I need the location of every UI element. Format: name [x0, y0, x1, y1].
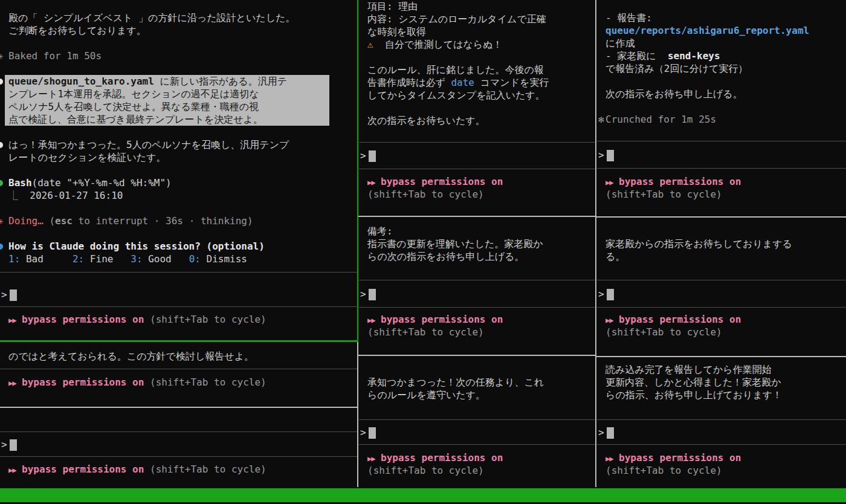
- pane-right-bottom[interactable]: 読み込み完了を報告してから作業開始 更新内容、しかと心得ました！家老殿か らの指…: [597, 357, 846, 487]
- prompt-input[interactable]: >: [359, 149, 595, 162]
- prompt-chevron-icon: >: [598, 427, 604, 438]
- option-bad[interactable]: 1:: [8, 253, 20, 265]
- input-box[interactable]: >: [597, 280, 846, 308]
- message-bullet-icon: [0, 79, 3, 85]
- prompt-chevron-icon: >: [1, 289, 7, 300]
- prompt-input[interactable]: >: [0, 288, 358, 301]
- report-line: な時刻を取得: [359, 25, 595, 38]
- input-box[interactable]: >: [597, 419, 846, 445]
- highlight-line: ンプレート1本運用を承認。セクションの過不足は適切な: [5, 88, 329, 100]
- fast-forward-icon: ▶▶: [367, 454, 375, 463]
- message-line: らのルールを遵守いたす。: [359, 389, 595, 401]
- pane-right-mid[interactable]: 家老殿からの指示をお待ちしておりまする る。 > ▶▶ bypass permi…: [597, 218, 846, 356]
- input-box[interactable]: >: [0, 431, 358, 457]
- prompt-input[interactable]: >: [0, 438, 358, 451]
- fast-forward-icon: ▶▶: [605, 316, 613, 325]
- assistant-message: レートのセクションを検証いたす。: [0, 151, 358, 164]
- message-line: らの指示、お待ち申し上げております！: [597, 389, 846, 401]
- pane-border[interactable]: [357, 342, 358, 487]
- tmux-status-bar: [multiagen0:agents* "· Claude Code" 16:1…: [0, 488, 846, 502]
- pane-right-top[interactable]: - 報告書: queue/reports/ashigaru6_report.ya…: [597, 0, 846, 216]
- pane-border[interactable]: [596, 356, 846, 357]
- fast-forward-icon: ▶▶: [605, 178, 613, 187]
- question-bullet-icon: [0, 244, 3, 250]
- fast-forward-icon: ▶▶: [605, 454, 613, 463]
- cursor-block: [607, 289, 614, 300]
- bypass-permissions-status: ▶▶ bypass permissions on (shift+Tab to c…: [597, 451, 846, 477]
- bypass-permissions-status: ▶▶ bypass permissions on (shift+Tab to c…: [359, 313, 595, 338]
- pane-left-main[interactable]: 殿の「 シンプルイズベスト 」の方針に沿った設計といたした。 ご判断をお待ちして…: [0, 0, 358, 340]
- input-box[interactable]: >: [359, 419, 595, 445]
- pane-middle-bottom[interactable]: 承知つかまつった！次の任務より、これ らのルールを遵守いたす。 > ▶▶ byp…: [359, 356, 595, 487]
- message-line: 次の指示をお待ち申し上げる。: [597, 88, 846, 100]
- bypass-permissions-status: ▶▶ bypass permissions on (shift+Tab to c…: [0, 376, 358, 389]
- message-line: ご判断をお待ちしております。: [0, 24, 358, 37]
- fast-forward-icon: ▶▶: [8, 466, 16, 474]
- bypass-permissions-status: ▶▶ bypass permissions on (shift+Tab to c…: [597, 313, 846, 338]
- highlighted-instruction-block[interactable]: queue/shogun_to_karo.yaml に新しい指示がある。汎用テ …: [5, 75, 329, 126]
- command-ref: date: [451, 77, 474, 88]
- option-dismiss[interactable]: 0:: [189, 253, 201, 265]
- message-line: のではと考えておられる。この方針で検討し報告せよ。: [0, 350, 358, 363]
- message-line: らの次の指示をお待ち申し上げる。: [359, 250, 595, 263]
- prompt-input[interactable]: >: [359, 288, 595, 300]
- report-line: で報告済み（2回に分けて実行）: [597, 62, 846, 75]
- input-box[interactable]: >: [359, 280, 595, 308]
- cursor-block: [607, 427, 614, 439]
- result-corner-icon: ⎿: [8, 190, 18, 201]
- bypass-permissions-status: ▶▶ bypass permissions on (shift+Tab to c…: [359, 175, 595, 201]
- option-good[interactable]: 3:: [131, 253, 142, 265]
- message-line: る。: [597, 250, 846, 263]
- prompt-chevron-icon: >: [360, 288, 366, 300]
- message-line: 次の指示をお待ちいたす。: [359, 114, 595, 127]
- pane-border[interactable]: [595, 0, 596, 487]
- pane-middle-mid[interactable]: 備考: 指示書の更新を理解いたした。家老殿か らの次の指示をお待ち申し上げる。 …: [359, 217, 595, 355]
- prompt-input[interactable]: >: [597, 288, 846, 300]
- tool-call-bash: Bash(date "+%Y-%m-%d %H:%M"): [0, 176, 358, 189]
- assistant-message: はっ！承知つかまつった。5人のペルソナを召喚し、汎用テンプ: [0, 138, 358, 151]
- feedback-question: How is Claude doing this session? (optio…: [0, 240, 358, 253]
- input-box[interactable]: >: [0, 272, 358, 307]
- pane-border[interactable]: [596, 216, 846, 218]
- prompt-input[interactable]: >: [597, 149, 846, 161]
- bypass-permissions-status: ▶▶ bypass permissions on (shift+Tab to c…: [0, 463, 358, 476]
- pane-border[interactable]: [358, 216, 595, 217]
- pane-border[interactable]: [0, 407, 358, 408]
- cursor-block: [607, 150, 614, 161]
- cursor-block: [10, 439, 17, 451]
- report-line: - 報告書:: [597, 11, 846, 24]
- fast-forward-icon: ▶▶: [8, 316, 16, 325]
- status-spinner-line: ✳Doing… (esc to interrupt · 36s · thinki…: [0, 215, 358, 227]
- bypass-permissions-status: ▶▶ bypass permissions on (shift+Tab to c…: [0, 313, 358, 326]
- input-box[interactable]: >: [597, 141, 846, 169]
- command-ref: send-keys: [668, 50, 720, 62]
- report-line: - 家老殿に send-keys: [597, 50, 846, 62]
- prompt-input[interactable]: >: [359, 426, 595, 439]
- message-line: 読み込み完了を報告してから作業開始: [597, 363, 846, 376]
- bypass-permissions-status: ▶▶ bypass permissions on (shift+Tab to c…: [359, 451, 595, 477]
- active-pane-border-right: [357, 0, 358, 341]
- report-line: 項目: 理由: [359, 0, 595, 13]
- message-line: 備考:: [359, 225, 595, 237]
- pane-middle-top[interactable]: 項目: 理由 内容: システムのローカルタイムで正確 な時刻を取得 ⚠ 自分で推…: [359, 0, 595, 216]
- fast-forward-icon: ▶▶: [8, 379, 16, 387]
- input-box[interactable]: >: [359, 142, 595, 169]
- tmux-screen: 殿の「 シンプルイズベスト 」の方針に沿った設計といたした。 ご判断をお待ちして…: [0, 0, 846, 504]
- pane-left-bottom[interactable]: > ▶▶ bypass permissions on (shift+Tab to…: [0, 408, 358, 487]
- feedback-options: 1: Bad 2: Fine 3: Good 0: Dismiss: [0, 253, 358, 265]
- option-fine[interactable]: 2:: [73, 253, 84, 265]
- pane-left-mid[interactable]: のではと考えておられる。この方針で検討し報告せよ。 ▶▶ bypass perm…: [0, 343, 358, 407]
- highlight-line: 点で検証し、合意に基づき最終テンプレートを決定せよ。: [5, 113, 329, 126]
- message-line: 更新内容、しかと心得ました！家老殿か: [597, 376, 846, 389]
- cursor-block: [369, 427, 376, 439]
- cursor-block: [369, 289, 376, 300]
- prompt-input[interactable]: >: [597, 426, 846, 439]
- message-line: 告書作成時は必ず date コマンドを実行: [359, 76, 595, 89]
- prompt-chevron-icon: >: [360, 427, 366, 438]
- report-line: に作成: [597, 37, 846, 50]
- message-line: 殿の「 シンプルイズベスト 」の方針に沿った設計といたした。: [0, 11, 358, 24]
- pane-border[interactable]: [358, 355, 595, 356]
- active-pane-border-bottom: [0, 340, 358, 342]
- report-line: 内容: システムのローカルタイムで正確: [359, 13, 595, 25]
- message-line: 承知つかまつった！次の任務より、これ: [359, 376, 595, 389]
